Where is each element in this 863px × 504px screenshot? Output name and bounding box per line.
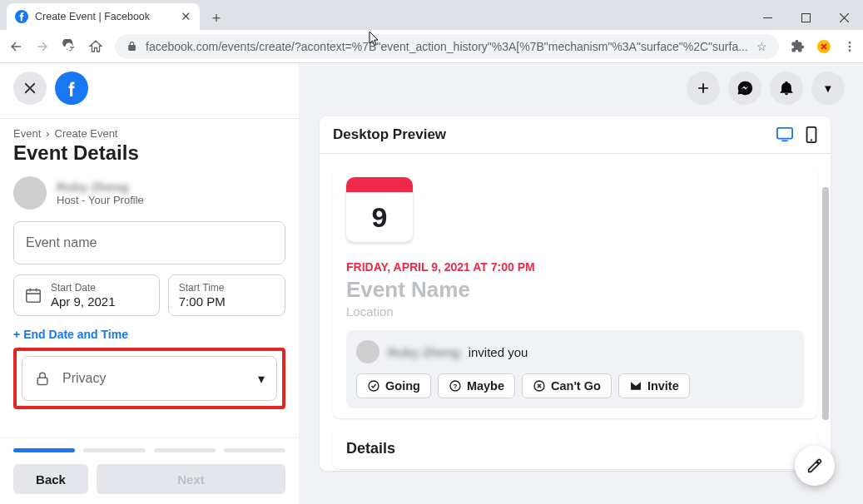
scrollbar-thumb[interactable] — [822, 187, 829, 420]
svg-rect-6 — [27, 290, 41, 303]
svg-rect-8 — [777, 128, 792, 139]
rsvp-going-button[interactable]: Going — [356, 373, 431, 398]
preview-header-title: Desktop Preview — [333, 126, 446, 143]
tab-title: Create Event | Facebook — [35, 11, 174, 22]
extension-badge-icon[interactable] — [816, 39, 831, 54]
inviter-avatar — [356, 340, 379, 363]
svg-rect-7 — [37, 378, 47, 384]
event-datetime-line: Friday, April 9, 2021 at 7:00 PM — [346, 260, 804, 274]
create-event-sidebar: Event › Create Event Event Details Ruby … — [0, 63, 300, 504]
svg-point-11 — [811, 139, 812, 141]
back-button[interactable]: Back — [13, 464, 88, 494]
x-circle-icon — [533, 379, 546, 393]
start-time-value: 7:00 PM — [179, 294, 226, 309]
window-minimize-button[interactable] — [748, 5, 786, 30]
add-end-date-link[interactable]: + End Date and Time — [13, 328, 285, 341]
event-location-preview: Location — [346, 304, 804, 319]
host-avatar — [13, 176, 47, 210]
preview-card: Desktop Preview 9 Friday, April 9, 2021 … — [320, 116, 831, 471]
invited-you-text: invited you — [469, 345, 528, 359]
chrome-menu-icon[interactable] — [843, 40, 856, 53]
chevron-down-icon: ▼ — [823, 82, 834, 95]
question-circle-icon: ? — [449, 379, 462, 393]
start-time-field[interactable]: Start Time 7:00 PM — [168, 274, 285, 316]
svg-rect-1 — [801, 13, 810, 22]
privacy-highlight: Privacy ▾ — [13, 348, 285, 409]
facebook-favicon — [15, 10, 28, 23]
notifications-button[interactable] — [770, 72, 803, 105]
inviter-name: Ruby Zheng — [388, 345, 460, 359]
svg-point-3 — [849, 42, 851, 44]
check-circle-icon — [367, 379, 380, 393]
account-menu-button[interactable]: ▼ — [811, 72, 845, 105]
host-row[interactable]: Ruby Zheng Host - Your Profile — [13, 176, 285, 210]
nav-forward-button — [35, 38, 50, 55]
calendar-icon — [24, 286, 42, 304]
start-date-value: Apr 9, 2021 — [51, 294, 116, 309]
event-name-input[interactable]: Event name — [13, 221, 285, 264]
event-name-preview: Event Name — [346, 277, 804, 303]
details-heading: Details — [346, 440, 804, 457]
start-date-label: Start Date — [51, 282, 116, 294]
nav-back-button[interactable] — [8, 38, 23, 55]
url-bar[interactable]: facebook.com/events/create/?acontext=%7B… — [115, 34, 779, 59]
invite-box: Ruby Zheng invited you Going ? Maybe — [346, 330, 804, 408]
svg-text:?: ? — [453, 383, 457, 390]
privacy-label: Privacy — [62, 371, 106, 386]
start-date-field[interactable]: Start Date Apr 9, 2021 — [13, 274, 160, 316]
rsvp-invite-button[interactable]: Invite — [618, 373, 690, 398]
window-maximize-button[interactable] — [786, 5, 825, 30]
chevron-down-icon: ▾ — [258, 371, 265, 387]
envelope-icon — [629, 379, 642, 393]
create-button[interactable] — [687, 72, 720, 105]
svg-point-4 — [849, 45, 851, 47]
progress-indicator — [13, 448, 285, 452]
edit-icon — [806, 457, 824, 475]
lock-icon — [34, 370, 51, 387]
nav-home-button[interactable] — [88, 38, 103, 55]
plus-icon — [696, 81, 711, 96]
next-button: Next — [97, 464, 285, 494]
facebook-logo-button[interactable] — [55, 72, 88, 105]
tab-close-icon[interactable]: ✕ — [181, 9, 191, 24]
svg-point-12 — [369, 381, 379, 391]
bell-icon — [778, 80, 795, 96]
extensions-icon[interactable] — [791, 39, 805, 53]
start-time-label: Start Time — [179, 282, 226, 294]
plus-icon: + — [13, 328, 20, 341]
url-text: facebook.com/events/create/?acontext=%7B… — [146, 40, 748, 53]
lock-icon — [126, 41, 137, 52]
rsvp-cant-go-button[interactable]: Can't Go — [522, 373, 612, 398]
svg-rect-9 — [781, 140, 787, 141]
close-icon — [22, 81, 37, 96]
host-subtext: Host - Your Profile — [57, 194, 144, 206]
host-name: Ruby Zheng — [57, 180, 144, 194]
rsvp-maybe-button[interactable]: ? Maybe — [438, 373, 515, 398]
close-sidebar-button[interactable] — [13, 72, 47, 105]
details-card: Details — [333, 428, 817, 469]
svg-point-5 — [849, 49, 851, 52]
messenger-icon — [737, 80, 753, 96]
bookmark-star-icon[interactable]: ☆ — [756, 40, 767, 53]
desktop-preview-icon[interactable] — [776, 126, 794, 143]
breadcrumb: Event › Create Event — [13, 127, 285, 140]
new-tab-button[interactable]: + — [205, 7, 228, 30]
page-title: Event Details — [13, 141, 285, 165]
breadcrumb-current: Create Event — [55, 127, 118, 140]
window-close-button[interactable] — [825, 5, 863, 30]
breadcrumb-parent-link[interactable]: Event — [13, 127, 41, 140]
calendar-day-number: 9 — [346, 192, 413, 242]
mobile-preview-icon[interactable] — [806, 126, 817, 143]
browser-tab[interactable]: Create Event | Facebook ✕ — [7, 3, 200, 30]
privacy-selector[interactable]: Privacy ▾ — [22, 356, 277, 401]
edit-fab-button[interactable] — [795, 446, 835, 486]
messenger-button[interactable] — [728, 72, 761, 105]
facebook-logo-icon — [62, 78, 82, 98]
calendar-tearoff: 9 — [346, 177, 413, 242]
nav-reload-button[interactable] — [62, 38, 77, 55]
